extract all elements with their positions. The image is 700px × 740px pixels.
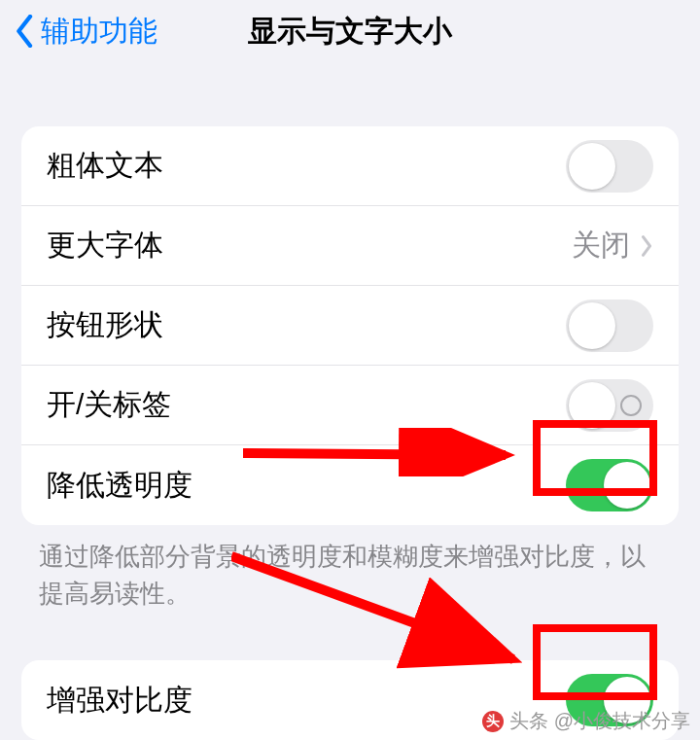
- row-label: 开/关标签: [47, 385, 171, 425]
- on-off-ring-icon: [620, 395, 642, 416]
- row-on-off-labels[interactable]: 开/关标签: [21, 366, 679, 445]
- toggle-knob: [569, 302, 615, 349]
- watermark-text: 头条 @小俊技术分享: [509, 708, 690, 734]
- row-label: 粗体文本: [47, 146, 163, 186]
- chevron-right-icon: [640, 234, 653, 258]
- row-label: 降低透明度: [47, 466, 192, 506]
- row-reduce-transparency[interactable]: 降低透明度: [21, 445, 679, 525]
- toggle-reduce-transparency[interactable]: [566, 459, 653, 511]
- row-bold-text[interactable]: 粗体文本: [21, 126, 679, 206]
- row-larger-text[interactable]: 更大字体 关闭: [21, 206, 679, 286]
- watermark: 头 头条 @小俊技术分享: [482, 708, 690, 734]
- toggle-knob: [569, 143, 615, 190]
- row-label: 增强对比度: [47, 681, 192, 721]
- row-button-shapes[interactable]: 按钮形状: [21, 286, 679, 366]
- toggle-on-off-labels[interactable]: [566, 379, 653, 432]
- row-label: 更大字体: [47, 226, 163, 265]
- watermark-icon: 头: [482, 711, 504, 732]
- settings-group-1: 粗体文本 更大字体 关闭 按钮形状 开/关标签 降低透明度: [21, 126, 679, 525]
- page-title: 显示与文字大小: [248, 12, 452, 52]
- spacer: [0, 612, 700, 660]
- back-button[interactable]: 辅助功能: [16, 0, 158, 62]
- row-value-text: 关闭: [572, 226, 630, 265]
- toggle-knob: [569, 382, 615, 429]
- toggle-button-shapes[interactable]: [566, 300, 653, 352]
- back-label: 辅助功能: [41, 12, 158, 52]
- toggle-knob: [604, 462, 650, 509]
- toggle-bold-text[interactable]: [566, 140, 653, 193]
- row-value: 关闭: [572, 226, 653, 265]
- row-label: 按钮形状: [47, 305, 163, 345]
- group-footer-1: 通过降低部分背景的透明度和模糊度来增强对比度，以提高易读性。: [39, 539, 661, 612]
- nav-header: 辅助功能 显示与文字大小: [0, 0, 700, 62]
- chevron-left-icon: [16, 15, 35, 48]
